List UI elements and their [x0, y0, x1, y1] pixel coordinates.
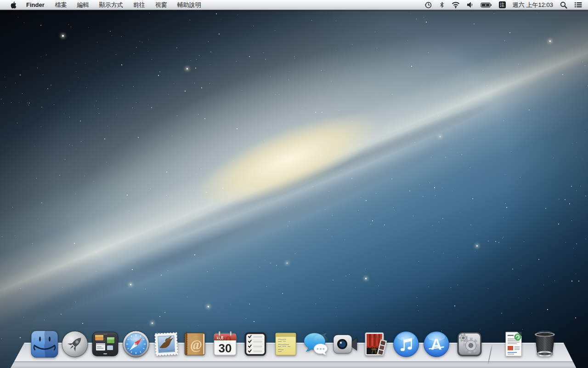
- launchpad-icon: [61, 330, 89, 358]
- dock-item-notes[interactable]: [272, 330, 300, 358]
- dock-item-documents-stack[interactable]: [500, 330, 527, 358]
- messages-icon: [302, 330, 330, 358]
- notification-center-icon: [574, 1, 582, 8]
- menu-help[interactable]: 輔助說明: [172, 0, 206, 10]
- dock-item-app-store[interactable]: A A: [423, 330, 450, 358]
- dock-item-messages[interactable]: [302, 330, 330, 358]
- notes-icon: [272, 330, 300, 358]
- apple-menu[interactable]: [6, 0, 21, 10]
- dock-item-contacts[interactable]: @ @: [181, 330, 209, 358]
- menu-edit[interactable]: 編輯: [72, 0, 94, 10]
- finder-icon: [31, 330, 58, 358]
- dock-item-reminders[interactable]: [242, 330, 269, 358]
- apple-logo-icon: [11, 1, 17, 9]
- time-machine-icon: [424, 1, 432, 9]
- spotlight-icon: [560, 1, 567, 9]
- wifi-icon: [452, 1, 460, 8]
- mail-icon: [153, 330, 180, 358]
- menu-bar-left: Finder 檔案 編輯 顯示方式 前往 視窗 輔助說明: [0, 0, 206, 10]
- spotlight-menu[interactable]: [560, 0, 567, 10]
- system-preferences-icon: [456, 330, 483, 358]
- menu-file[interactable]: 檔案: [50, 0, 72, 10]
- dock-item-system-preferences[interactable]: [456, 330, 483, 358]
- dock-item-facetime[interactable]: [331, 330, 359, 358]
- wifi-menu[interactable]: [452, 0, 460, 10]
- svg-text:A: A: [431, 336, 442, 353]
- app-store-icon: A: [423, 330, 450, 358]
- menu-go[interactable]: 前往: [128, 0, 150, 10]
- svg-text:@: @: [191, 337, 202, 352]
- starfield: [0, 0, 588, 368]
- menu-window[interactable]: 視窗: [150, 0, 172, 10]
- app-menu-finder[interactable]: Finder: [21, 0, 50, 10]
- battery-icon: [481, 2, 492, 8]
- dock-item-launchpad[interactable]: [61, 330, 89, 358]
- input-method-menu[interactable]: 注: [499, 0, 506, 10]
- itunes-icon: [392, 330, 420, 358]
- bluetooth-icon: [439, 1, 445, 9]
- safari-icon: [122, 330, 150, 358]
- dock-item-mail[interactable]: [153, 330, 180, 358]
- desktop-wallpaper: [0, 0, 588, 368]
- photo-booth-icon: [362, 330, 389, 358]
- dock: @ @ 11月 30: [0, 343, 588, 368]
- battery-menu[interactable]: [481, 0, 492, 10]
- notification-center-menu[interactable]: [574, 0, 582, 10]
- menu-bar: Finder 檔案 編輯 顯示方式 前往 視窗 輔助說明: [0, 0, 588, 10]
- contacts-icon: @: [181, 330, 209, 358]
- dock-item-calendar[interactable]: 11月 30 11月 30: [211, 330, 239, 358]
- dock-item-mission-control[interactable]: [91, 330, 119, 358]
- time-machine-menu[interactable]: [424, 0, 432, 10]
- input-method-badge: 注: [499, 1, 506, 8]
- calendar-day-label: 30: [219, 341, 232, 355]
- dock-item-itunes[interactable]: [392, 330, 420, 358]
- menu-bar-clock[interactable]: 週六 上午12:03: [513, 1, 553, 9]
- volume-menu[interactable]: [467, 0, 474, 10]
- facetime-icon: [331, 330, 359, 358]
- dock-item-finder[interactable]: [31, 330, 58, 358]
- document-icon: [500, 330, 527, 358]
- dock-item-trash[interactable]: [530, 329, 560, 358]
- calendar-month-label: 11月: [216, 336, 224, 340]
- mission-control-icon: [91, 330, 119, 358]
- menu-view[interactable]: 顯示方式: [94, 0, 128, 10]
- reminders-icon: [242, 330, 269, 358]
- dock-item-safari[interactable]: [122, 330, 150, 358]
- bluetooth-menu[interactable]: [439, 0, 445, 10]
- volume-icon: [467, 1, 474, 8]
- dock-item-photo-booth[interactable]: [362, 330, 389, 358]
- trash-icon: [530, 329, 560, 358]
- calendar-icon: 11月 30: [211, 330, 239, 358]
- menu-bar-status-area: 注 週六 上午12:03: [424, 0, 588, 10]
